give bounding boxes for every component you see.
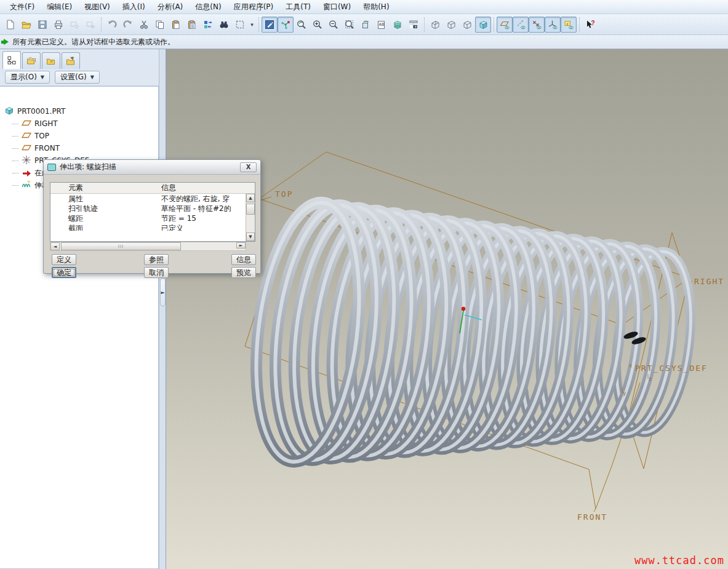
svg-text:y: y (623, 390, 626, 396)
datum-point-toggle-button[interactable] (529, 17, 545, 33)
cut-button[interactable] (136, 17, 152, 33)
hscroll-thumb[interactable]: III (61, 242, 181, 250)
menu-item[interactable]: 工具(T) (279, 0, 317, 14)
hiddenline-cube-button[interactable] (443, 17, 459, 33)
scroll-down-icon[interactable]: ▼ (246, 233, 255, 241)
tree-guide (12, 173, 18, 173)
close-icon[interactable]: X (240, 162, 257, 172)
dialog-button-定义[interactable]: 定义 (52, 254, 76, 265)
menu-item[interactable]: 视图(V) (78, 0, 116, 14)
scroll-right-icon[interactable]: ► (236, 242, 246, 249)
menu-item[interactable]: 信息(N) (189, 0, 227, 14)
element-row[interactable]: 螺距节距 = 15 (50, 213, 255, 223)
dialog-button-预览[interactable]: 预览 (231, 267, 256, 278)
menu-item[interactable]: 文件(F) (4, 0, 41, 14)
tree-guide (12, 185, 18, 186)
settings-dropdown-button[interactable]: 设置(G) ▼ (55, 71, 100, 84)
toolbar-separator (424, 17, 425, 32)
undo-button[interactable] (104, 17, 120, 33)
datum-plane-icon (21, 130, 32, 143)
reorient-button[interactable] (294, 17, 310, 33)
dialog-title-bar[interactable]: 伸出项: 螺旋扫描 X (44, 160, 260, 175)
tree-guide (12, 136, 18, 137)
element-row[interactable]: 扫引轨迹草绘平面 - 特征#2的 (50, 204, 255, 213)
tree-item-prt0001-prt[interactable]: PRT0001.PRT (0, 105, 158, 117)
vertical-scrollbar[interactable]: ▲ ▼ (246, 194, 255, 241)
element-name: 属性 (50, 194, 160, 204)
print-button[interactable] (50, 17, 66, 33)
new-file-button[interactable] (2, 17, 18, 33)
tree-guide (12, 124, 18, 124)
menu-item[interactable]: 编辑(E) (41, 0, 78, 14)
refit-button[interactable] (342, 17, 358, 33)
graphics-viewport[interactable]: TOPRIGHTFRONTPRT_CSYS_DEFxzy www.ttcad.c… (166, 49, 728, 569)
tab-connections[interactable] (62, 52, 80, 69)
tab-model-tree[interactable] (2, 51, 21, 69)
element-table: 元素 信息 属性不变的螺距, 右旋, 穿扫引轨迹草绘平面 - 特征#2的螺距节距… (50, 182, 255, 242)
datum-axis-toggle-button[interactable] (513, 17, 529, 33)
tab-folder-browser[interactable] (22, 52, 41, 69)
copy-button[interactable] (152, 17, 168, 33)
element-name: 截面 (50, 223, 160, 231)
show-dropdown-button[interactable]: 显示(O) ▼ (5, 71, 50, 84)
menu-item[interactable]: 应用程序(P) (228, 0, 280, 14)
navigator-sash[interactable]: ◄ ► (159, 49, 166, 569)
sketch-display-button[interactable] (262, 17, 278, 33)
tab-favorites[interactable]: ✶ (42, 52, 60, 69)
model-note-button (66, 17, 82, 33)
save-button[interactable] (34, 17, 50, 33)
view-face-button[interactable] (358, 17, 374, 33)
vscroll-thumb[interactable] (246, 204, 255, 215)
element-row[interactable]: 属性不变的螺距, 右旋, 穿 (50, 194, 255, 204)
select-rect-button[interactable] (232, 17, 248, 33)
svg-text:z: z (567, 22, 569, 25)
tree-item-front[interactable]: FRONT (0, 142, 158, 154)
navigator-tabs: ✶ (0, 49, 159, 69)
menu-item[interactable]: 帮助(H) (357, 0, 395, 14)
dialog-button-取消[interactable]: 取消 (144, 267, 169, 278)
caret[interactable]: ▾ (248, 17, 256, 33)
toolbar-separator (101, 17, 102, 32)
open-file-button[interactable] (18, 17, 34, 33)
shaded-cube-button[interactable] (475, 17, 491, 33)
paste-button[interactable] (168, 17, 184, 33)
scroll-left-icon[interactable]: ◄ (50, 242, 60, 250)
expand-panel-handle[interactable]: ► (160, 278, 166, 306)
dialog-button-确定[interactable]: 确定 (52, 267, 76, 278)
tree-item-top[interactable]: TOP (0, 130, 158, 142)
layers-button[interactable] (390, 17, 406, 33)
zoom-in-button[interactable] (310, 17, 326, 33)
spin-center-button[interactable] (278, 17, 294, 33)
zoom-out-button[interactable] (326, 17, 342, 33)
table-header: 元素 信息 (50, 183, 255, 194)
datum-plane-toggle-button[interactable] (497, 17, 513, 33)
scroll-up-icon[interactable]: ▲ (246, 194, 255, 202)
datum-csys-toggle-button[interactable] (545, 17, 561, 33)
dialog-button-信息[interactable]: 信息 (231, 254, 256, 265)
nohidden-cube-button[interactable] (459, 17, 475, 33)
datum-plane-icon (21, 117, 32, 130)
svg-text:z: z (649, 376, 652, 382)
navigator-panel: ✶ 显示(O) ▼ 设置(G) ▼ PRT0001.PRTRIGHTTOPFRO… (0, 49, 159, 569)
wireframe-cube-button[interactable] (427, 17, 443, 33)
find-button[interactable] (216, 17, 232, 33)
tree-guide (12, 148, 18, 149)
dialog-button-参照[interactable]: 参照 (144, 254, 169, 265)
view-manager-button[interactable] (406, 17, 422, 33)
element-row[interactable]: 截面已定义 (50, 223, 255, 231)
menu-item[interactable]: 插入(I) (116, 0, 151, 14)
annotation-toggle-button[interactable]: z (561, 17, 577, 33)
tree-item-right[interactable]: RIGHT (0, 117, 158, 130)
paste-special-button[interactable] (184, 17, 200, 33)
context-help-button[interactable]: ? (582, 17, 598, 33)
saved-views-button[interactable]: AB (374, 17, 390, 33)
menu-item[interactable]: 窗口(W) (317, 0, 357, 14)
horizontal-scrollbar[interactable]: ◄ III ► (50, 242, 246, 251)
helical-spring (243, 197, 700, 468)
hyperlink-note-button (82, 17, 98, 33)
feature-icon (47, 164, 56, 171)
model-tree: PRT0001.PRTRIGHTTOPFRONTPRT_CSYS_DEF在此插入… (0, 86, 159, 569)
regenerate-button[interactable] (200, 17, 216, 33)
redo-button[interactable] (120, 17, 136, 33)
menu-item[interactable]: 分析(A) (151, 0, 190, 14)
